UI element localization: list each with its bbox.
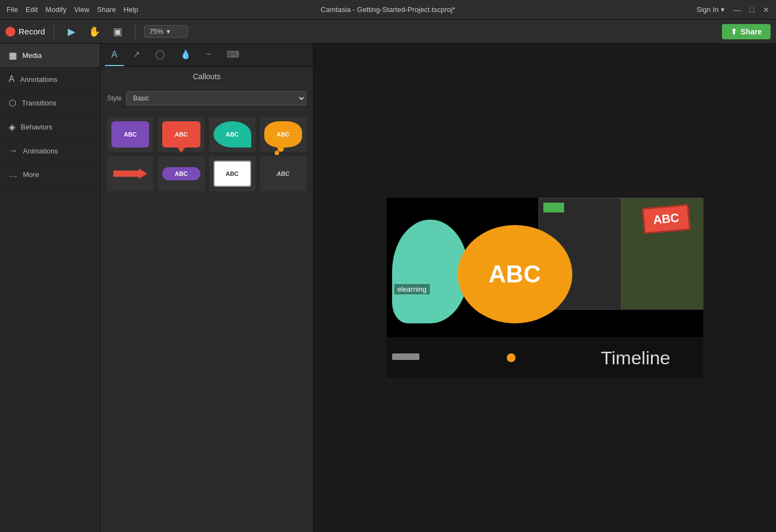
annotations-icon: A [9, 74, 15, 84]
sidebar-item-media[interactable]: ▦ Media [0, 44, 100, 68]
preview-dark-bar: Timeline [387, 337, 703, 378]
content-area: A ↗ ◯ 💧 ~ ⌨ Callouts Style Basic ABC [100, 44, 776, 532]
preview-teal-cloud [392, 220, 469, 323]
sidebar-label-transitions: Transitions [22, 99, 56, 107]
preview-timeline-label: Timeline [601, 347, 670, 368]
hand-tool-button[interactable]: ✋ [86, 23, 103, 40]
preview-orange-cloud: ABC [458, 225, 572, 323]
callout-purple-pill[interactable]: ABC [158, 156, 204, 191]
sidebar-label-annotations: Annotations [20, 75, 58, 84]
share-label: Share [741, 27, 762, 36]
tab-blur[interactable]: 💧 [174, 44, 198, 66]
menu-file[interactable]: File [7, 5, 18, 14]
more-icon: … [9, 169, 17, 179]
panel-title: Callouts [100, 67, 313, 87]
callouts-panel: A ↗ ◯ 💧 ~ ⌨ Callouts Style Basic ABC [100, 44, 313, 532]
tab-shape[interactable]: ◯ [149, 44, 171, 66]
main-layout: ▦ Media A Annotations ⬡ Transitions ◈ Be… [0, 44, 776, 532]
tab-text[interactable]: A [105, 44, 124, 66]
crop-tool-button[interactable]: ▣ [109, 23, 126, 40]
sidebar-item-transitions[interactable]: ⬡ Transitions [0, 91, 100, 115]
callout-label-3: ABC [226, 131, 239, 138]
callout-gray-text[interactable]: ABC [260, 156, 306, 191]
callout-purple-rect[interactable]: ABC [107, 117, 153, 152]
preview-abc-callout: ABC [642, 204, 691, 234]
callout-yellow-cloud[interactable]: ABC [260, 117, 306, 152]
preview-orange-dot [507, 353, 516, 362]
title-bar: File Edit Modify View Share Help Camtasi… [0, 0, 776, 20]
share-button[interactable]: ⬆ Share [722, 24, 771, 39]
panel-filter: Style Basic [100, 87, 313, 110]
preview-cloud-abc: ABC [489, 261, 541, 288]
sidebar-item-animations[interactable]: → Animations [0, 139, 100, 163]
arrow-shape [113, 168, 147, 179]
callout-red-arrow[interactable] [107, 156, 153, 191]
menu-edit[interactable]: Edit [26, 5, 38, 14]
callout-label-1: ABC [124, 131, 137, 138]
callout-grid: ABC ABC ABC ABC [100, 110, 313, 198]
toolbar-separator-1 [54, 24, 54, 39]
panel-tabs: A ↗ ◯ 💧 ~ ⌨ [100, 44, 313, 67]
callout-teal-bubble[interactable]: ABC [209, 117, 256, 152]
menu-share[interactable]: Share [97, 5, 116, 14]
style-select[interactable]: Basic [126, 91, 306, 105]
select-tool-button[interactable]: ▶ [63, 23, 80, 40]
callout-white-rect[interactable]: ABC [209, 156, 256, 191]
sidebar-label-behaviors: Behaviors [21, 123, 52, 131]
callout-red-bubble[interactable]: ABC [158, 117, 204, 152]
style-label: Style [107, 94, 122, 102]
sidebar-label-animations: Animations [23, 147, 58, 155]
top-toolbar: Record ▶ ✋ ▣ 75% ▾ ⬆ Share [0, 20, 776, 44]
preview-abc-label: ABC [653, 211, 680, 227]
menu-bar: File Edit Modify View Share Help [7, 5, 138, 14]
animations-icon: → [9, 146, 17, 156]
tab-sketch[interactable]: ~ [200, 44, 218, 66]
behaviors-icon: ◈ [9, 122, 15, 132]
callout-label-4: ABC [276, 131, 289, 138]
sign-in-button[interactable]: Sign In ▾ [696, 5, 724, 14]
media-icon: ▦ [9, 50, 17, 61]
callout-label-8: ABC [276, 170, 289, 177]
sidebar-item-annotations[interactable]: A Annotations [0, 68, 100, 91]
record-label: Record [19, 27, 45, 36]
preview-area: ABC ABC elearning Timeline [313, 44, 776, 532]
callout-label-6: ABC [175, 170, 188, 177]
preview-elearning-label: elearning [394, 284, 430, 294]
minimize-button[interactable]: — [733, 5, 741, 14]
sidebar-label-more: More [23, 170, 39, 179]
transitions-icon: ⬡ [9, 98, 16, 108]
sidebar-label-media: Media [22, 51, 42, 60]
menu-help[interactable]: Help [123, 5, 138, 14]
share-icon: ⬆ [731, 27, 737, 36]
left-sidebar: ▦ Media A Annotations ⬡ Transitions ◈ Be… [0, 44, 100, 532]
sidebar-item-behaviors[interactable]: ◈ Behaviors [0, 115, 100, 139]
zoom-select[interactable]: 75% ▾ [144, 25, 188, 38]
callout-label-7: ABC [226, 170, 239, 177]
app-title: Camtasia - Getting-Started-Project.tscpr… [321, 5, 455, 14]
preview-progress-bar [392, 353, 419, 360]
callout-label-2: ABC [175, 131, 188, 138]
sidebar-item-more[interactable]: … More [0, 163, 100, 186]
tab-keyboard[interactable]: ⌨ [220, 44, 246, 66]
menu-modify[interactable]: Modify [45, 5, 66, 14]
close-button[interactable]: ✕ [763, 5, 769, 14]
toolbar-separator-2 [135, 24, 135, 39]
menu-view[interactable]: View [74, 5, 90, 14]
maximize-button[interactable]: □ [750, 5, 754, 14]
tab-arrow[interactable]: ↗ [126, 44, 146, 66]
record-button[interactable]: Record [5, 27, 45, 37]
bubble-tail [177, 146, 186, 153]
preview-green-rect [543, 203, 564, 212]
preview-canvas: ABC ABC elearning Timeline [387, 198, 703, 378]
record-indicator [5, 27, 15, 37]
zoom-value: 75% [149, 27, 163, 36]
zoom-dropdown-icon: ▾ [167, 27, 170, 36]
